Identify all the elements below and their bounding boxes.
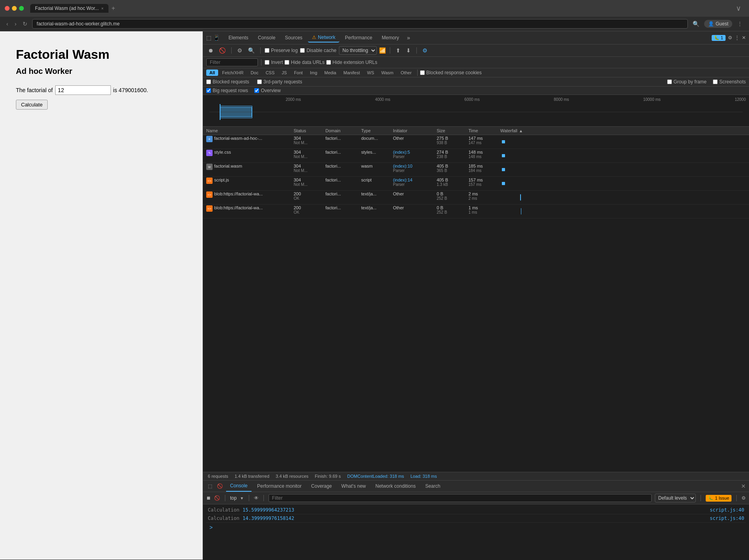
header-waterfall[interactable]: Waterfall ▲	[500, 128, 746, 133]
console-close-button[interactable]: ✕	[741, 483, 746, 489]
tab-performance[interactable]: Performance	[341, 33, 376, 42]
window-expand-icon[interactable]: ∨	[733, 4, 744, 13]
preserve-log-checkbox[interactable]	[265, 48, 269, 53]
console-filter-input[interactable]	[269, 494, 652, 502]
header-time[interactable]: Time	[468, 128, 500, 133]
factorial-input[interactable]	[55, 85, 111, 95]
console-prompt[interactable]: >	[206, 523, 746, 532]
console-tab-performance-monitor[interactable]: Performance monitor	[253, 481, 306, 491]
header-size[interactable]: Size	[437, 128, 468, 133]
device-icon[interactable]: 📱	[213, 35, 220, 41]
hide-data-urls-label[interactable]: Hide data URLs	[285, 60, 325, 65]
throttle-select[interactable]: No throttling	[339, 46, 377, 55]
tab-elements[interactable]: Elements	[225, 33, 252, 42]
forward-button[interactable]: ›	[13, 20, 18, 28]
network-settings-icon[interactable]: ⚙	[421, 46, 429, 54]
console-tab-coverage[interactable]: Coverage	[307, 481, 336, 491]
calculate-button[interactable]: Calculate	[16, 100, 48, 110]
console-context-dropdown[interactable]: ▼	[240, 496, 244, 500]
record-stop-button[interactable]: ⏺	[206, 46, 215, 54]
console-level-select[interactable]: Default levels	[655, 494, 696, 502]
preserve-log-label[interactable]: Preserve log	[265, 48, 298, 53]
filter-ws-button[interactable]: WS	[364, 70, 377, 76]
header-name[interactable]: Name	[206, 128, 294, 133]
table-row[interactable]: ✎ style.css 304 Not M... factori... styl…	[203, 149, 749, 163]
back-button[interactable]: ‹	[5, 20, 10, 28]
console-output[interactable]: Calculation 15.599999964237213 script.js…	[203, 504, 749, 560]
console-tab-whats-new[interactable]: What's new	[337, 481, 370, 491]
console-tab-network-conditions[interactable]: Network conditions	[372, 481, 420, 491]
filter-img-button[interactable]: Img	[307, 70, 320, 76]
hide-extension-urls-label[interactable]: Hide extension URLs	[326, 60, 377, 65]
console-tab-search[interactable]: Search	[421, 481, 444, 491]
disable-cache-label[interactable]: Disable cache	[300, 48, 336, 53]
console-file-1[interactable]: script.js:40	[710, 507, 744, 513]
issue-badge[interactable]: 🐛 1 Issue	[706, 495, 732, 502]
tab-memory[interactable]: Memory	[378, 33, 403, 42]
filter-doc-button[interactable]: Doc	[248, 70, 262, 76]
console-file-2[interactable]: script.js:40	[710, 516, 744, 521]
drawer-clear-icon[interactable]: 🚫	[215, 481, 225, 491]
devtools-close-icon[interactable]: ✕	[742, 35, 746, 41]
invert-label[interactable]: Invert	[265, 60, 283, 65]
console-clear-icon[interactable]: 🚫	[214, 495, 220, 501]
blocked-requests-checkbox[interactable]	[206, 79, 211, 84]
upload-icon[interactable]: ⬆	[394, 46, 402, 54]
search-icon[interactable]: 🔍	[246, 46, 256, 54]
close-button[interactable]	[5, 6, 10, 11]
big-rows-checkbox[interactable]	[206, 88, 211, 93]
disable-cache-checkbox[interactable]	[300, 48, 305, 53]
filter-wasm-button[interactable]: Wasm	[378, 70, 397, 76]
filter-manifest-button[interactable]: Manifest	[340, 70, 363, 76]
filter-other-button[interactable]: Other	[397, 70, 415, 76]
issue-badge[interactable]: 🐛 1	[712, 35, 726, 41]
filter-css-button[interactable]: CSS	[262, 70, 278, 76]
settings-icon[interactable]: ⚙	[728, 35, 732, 41]
blocked-cookies-checkbox[interactable]	[420, 70, 425, 75]
table-row[interactable]: ≡ factorial-wasm-ad-hoc-... 304 Not M...…	[203, 135, 749, 149]
new-tab-button[interactable]: +	[108, 3, 118, 14]
url-bar[interactable]	[32, 19, 688, 29]
more-options-button[interactable]: ⋮	[735, 20, 744, 28]
filter-icon[interactable]: ⚙	[236, 46, 244, 54]
tab-close-button[interactable]: ×	[101, 6, 104, 11]
console-stop-icon[interactable]: ⏹	[206, 495, 211, 501]
drawer-icon[interactable]: ⬚	[206, 481, 214, 491]
overview-checkbox[interactable]	[254, 88, 259, 93]
table-row[interactable]: <> script.js 304 Not M... factori... scr…	[203, 177, 749, 191]
maximize-button[interactable]	[19, 6, 24, 11]
tab-console[interactable]: Console	[254, 33, 279, 42]
devtools-more-icon[interactable]: ⋮	[735, 35, 739, 41]
inspect-icon[interactable]: ⬚	[206, 35, 211, 41]
table-row[interactable]: W factorial.wasm 304 Not M... factori...…	[203, 163, 749, 177]
screenshots-checkbox[interactable]	[713, 79, 718, 84]
download-icon[interactable]: ⬇	[404, 46, 412, 54]
network-table[interactable]: ≡ factorial-wasm-ad-hoc-... 304 Not M...…	[203, 135, 749, 472]
reload-button[interactable]: ↻	[21, 20, 29, 28]
console-eye-icon[interactable]: 👁	[254, 495, 259, 501]
console-settings-icon[interactable]: ⚙	[741, 495, 746, 501]
filter-all-button[interactable]: All	[206, 70, 218, 76]
header-initiator[interactable]: Initiator	[393, 128, 437, 133]
tab-network[interactable]: ⚠ Network	[308, 33, 339, 42]
invert-checkbox[interactable]	[265, 60, 269, 65]
filter-input[interactable]	[206, 58, 258, 66]
filter-fetch-xhr-button[interactable]: Fetch/XHR	[219, 70, 247, 76]
browser-tab[interactable]: Factorial Wasm (ad hoc Wor... ×	[30, 4, 108, 13]
blocked-cookies-label[interactable]: Blocked response cookies	[420, 70, 482, 75]
console-tab-console[interactable]: Console	[226, 481, 252, 492]
group-by-frame-checkbox[interactable]	[667, 79, 672, 84]
clear-button[interactable]: 🚫	[217, 46, 227, 54]
hide-extension-urls-checkbox[interactable]	[326, 60, 331, 65]
table-row[interactable]: <> blob:https://factorial-wa... 200 OK f…	[203, 205, 749, 218]
guest-button[interactable]: 👤 Guest	[704, 20, 732, 28]
header-type[interactable]: Type	[361, 128, 393, 133]
filter-font-button[interactable]: Font	[291, 70, 306, 76]
hide-data-urls-checkbox[interactable]	[285, 60, 289, 65]
header-domain[interactable]: Domain	[325, 128, 361, 133]
filter-js-button[interactable]: JS	[279, 70, 290, 76]
more-tabs-button[interactable]: »	[404, 34, 412, 42]
header-status[interactable]: Status	[294, 128, 325, 133]
table-row[interactable]: <> blob:https://factorial-wa... 200 OK f…	[203, 191, 749, 205]
minimize-button[interactable]	[12, 6, 17, 11]
